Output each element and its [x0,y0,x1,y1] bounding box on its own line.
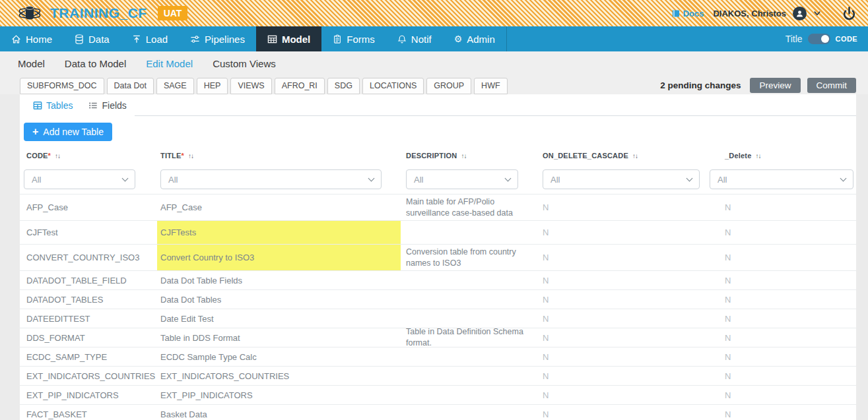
nav-item-pipelines[interactable]: Pipelines [179,26,256,51]
table-row[interactable]: DATADOT_TABLE_FIELD Data Dot Table Field… [20,270,856,289]
cell-title-highlighted: Convert Country to ISO3 [157,245,401,270]
book-icon [671,9,680,18]
cell-title: Date Edit Test [157,309,401,328]
group-tab-views[interactable]: VIEWS [230,78,271,95]
nav-item-admin[interactable]: ⚙ Admin [443,26,507,51]
docs-link[interactable]: Docs [671,9,704,18]
cell-code: DATADOT_TABLE_FIELD [20,271,157,289]
group-tab-hep[interactable]: HEP [197,78,228,95]
table-row[interactable]: ECDC_SAMP_TYPE ECDC Sample Type Calc N N [20,347,856,366]
group-tab-hwf[interactable]: HWF [474,78,507,95]
cell-description [401,309,541,328]
sort-icon[interactable]: ↑↓ [632,152,638,160]
commit-button[interactable]: Commit [807,78,857,93]
nav-item-data[interactable]: Data [63,26,121,51]
filter-select-description[interactable]: All [406,169,518,189]
cell-description [401,271,541,289]
sort-icon[interactable]: ↑↓ [461,152,466,160]
group-tab-sage[interactable]: SAGE [156,78,194,95]
nav-item-home[interactable]: Home [0,26,63,51]
group-tab-group[interactable]: GROUP [426,78,471,95]
tab-fields[interactable]: Fields [81,94,134,116]
pending-changes-count: 2 pending changes [660,80,741,90]
user-name: DIAKOS, Christos [713,9,786,18]
app-title: TRAINING_CF [50,5,147,21]
group-tab-sdg[interactable]: SDG [327,78,360,95]
sort-icon[interactable]: ↑↓ [188,152,193,160]
sort-icon[interactable]: ↑↓ [756,152,761,160]
title-code-toggle[interactable] [808,34,830,44]
filter-select-delete[interactable]: All [710,169,853,189]
filter-select-code[interactable]: All [24,169,135,189]
table-toolbar: + Add new Table [20,116,856,146]
cell-code: CONVERT_COUNTRY_ISO3 [20,245,157,270]
cell-title: Basket Data [157,405,401,420]
column-header-on-delete-cascade[interactable]: ON_DELETE_CASCADE ↑↓ [541,152,706,160]
cell-delete: N [706,271,856,289]
column-header-delete[interactable]: _Delete ↑↓ [706,152,856,160]
user-menu-chevron-down-icon[interactable] [813,9,821,17]
group-tabs-row: SUBFORMS_DOC Data Dot SAGE HEP VIEWS AFR… [0,75,868,94]
gear-icon: ⚙ [454,34,463,44]
table-row[interactable]: DATADOT_TABLES Data Dot Tables N N [20,289,856,309]
cell-title: ECDC Sample Type Calc [157,347,401,366]
preview-button[interactable]: Preview [750,78,800,93]
cell-code: AFP_Case [20,195,157,220]
column-header-code[interactable]: CODE* ↑↓ [20,152,157,160]
nav-item-model[interactable]: Model [256,26,321,51]
nav-item-load[interactable]: Load [121,26,179,51]
cell-title: EXT_PIP_INDICATORS [157,386,401,404]
table-row[interactable]: EXT_PIP_INDICATORS EXT_PIP_INDICATORS N … [20,385,856,404]
tab-tables[interactable]: Tables [25,94,81,116]
table-row[interactable]: FACT_BASKET Basket Data N N [20,404,856,420]
cell-code: DDS_FORMAT [20,328,157,347]
cell-delete: N [706,245,856,270]
cell-description [401,290,541,309]
required-asterisk: * [182,152,184,160]
tables-grid-icon [33,101,42,110]
cell-on-delete-cascade: N [541,405,706,420]
nav-item-notif[interactable]: Notif [386,26,443,51]
toggle-title-label: Title [785,34,803,44]
plus-icon: + [32,127,38,137]
group-tab-locations[interactable]: LOCATIONS [362,78,424,95]
column-header-description[interactable]: DESCRIPTION ↑↓ [401,152,541,160]
subnav-item-edit-model[interactable]: Edit Model [146,58,193,69]
toggle-code-label: CODE [836,35,857,43]
cell-on-delete-cascade: N [541,309,706,328]
cell-description [401,405,541,420]
group-tab-data-dot[interactable]: Data Dot [107,78,154,95]
table-row[interactable]: DDS_FORMAT Table in DDS Format Table in … [20,328,856,347]
table-row[interactable]: DATEEDITTEST Date Edit Test N N [20,309,856,328]
subnav-item-custom-views[interactable]: Custom Views [213,58,276,69]
cell-title: Data Dot Table Fields [157,271,401,289]
nav-item-forms[interactable]: Forms [321,26,386,51]
add-new-table-button[interactable]: + Add new Table [24,123,112,141]
table-row[interactable]: CJFTest CJFTests N N [20,220,856,244]
user-avatar[interactable] [793,7,807,20]
table-row[interactable]: AFP_Case AFP_Case Main table for AFP/Pol… [20,194,856,220]
table-filter-row: All All All All All [20,165,856,194]
group-tab-subforms-doc[interactable]: SUBFORMS_DOC [20,78,104,95]
table-row[interactable]: CONVERT_COUNTRY_ISO3 Convert Country to … [20,244,856,270]
logout-power-icon[interactable] [842,7,856,20]
cell-on-delete-cascade: N [541,386,706,404]
subnav-item-data-to-model[interactable]: Data to Model [65,58,126,69]
cell-description: Conversion table from country names to I… [401,245,541,270]
cell-delete: N [706,195,856,220]
table-row[interactable]: EXT_INDICATORS_COUNTRIES EXT_INDICATORS_… [20,366,856,385]
filter-select-on-delete-cascade[interactable]: All [543,169,700,189]
filter-select-title[interactable]: All [160,169,382,189]
cell-delete: N [706,221,856,244]
cell-delete: N [706,386,856,404]
subnav-item-model[interactable]: Model [18,58,45,69]
cell-code: DATEEDITTEST [20,309,157,328]
toggle-knob [821,35,829,43]
column-header-title[interactable]: TITLE* ↑↓ [157,152,401,160]
cell-title: Table in DDS Format [157,328,401,347]
home-icon [11,34,21,44]
cell-description [401,347,541,366]
sort-icon[interactable]: ↑↓ [55,152,60,160]
group-tab-afro-ri[interactable]: AFRO_RI [275,78,325,95]
required-asterisk: * [48,152,51,160]
